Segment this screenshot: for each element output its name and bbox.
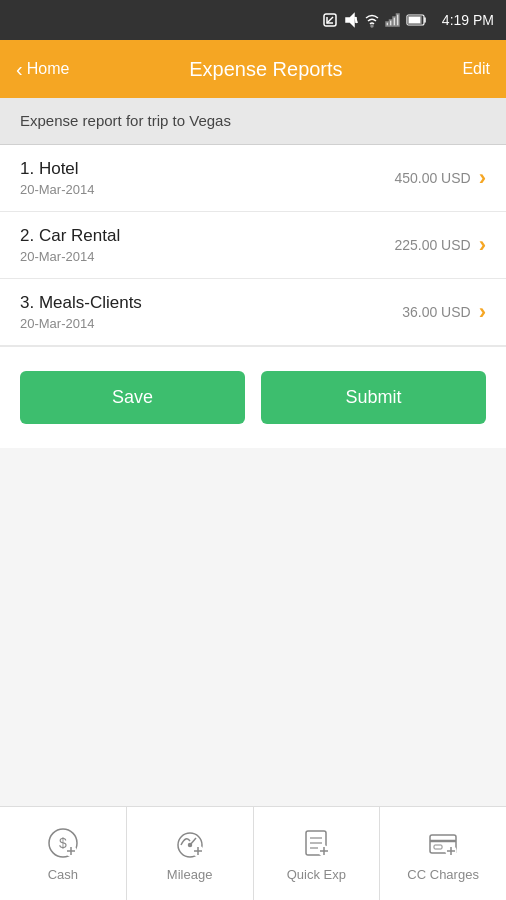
tab-mileage[interactable]: Mileage [127,807,254,900]
battery-icon [406,13,428,27]
tab-cc-charges[interactable]: CC Charges [380,807,506,900]
report-title: Expense report for trip to Vegas [20,112,231,129]
cash-icon: $ [45,825,81,861]
svg-rect-5 [389,20,392,26]
mute-icon [343,12,359,28]
back-chevron-icon: ‹ [16,58,23,81]
back-label: Home [27,60,70,78]
signal-icon [385,12,401,28]
svg-rect-6 [393,17,396,26]
back-button[interactable]: ‹ Home [16,58,69,81]
tab-cc-charges-label: CC Charges [407,867,479,882]
tab-cash-icon-container: $ [41,825,85,861]
expense-item-right-car: 225.00 USD › [394,232,486,258]
expense-item-right-meals: 36.00 USD › [402,299,486,325]
edit-button[interactable]: Edit [462,60,490,78]
chevron-right-icon-meals: › [479,299,486,325]
report-title-section: Expense report for trip to Vegas [0,98,506,145]
svg-rect-9 [408,16,421,24]
tab-mileage-icon-container [168,825,212,861]
expense-name-hotel: 1. Hotel [20,159,94,179]
nfc-icon [322,12,338,28]
submit-button[interactable]: Submit [261,371,486,424]
expense-item-left-meals: 3. Meals-Clients 20-Mar-2014 [20,293,142,331]
tab-quick-exp[interactable]: Quick Exp [254,807,381,900]
mileage-icon [172,825,208,861]
expense-item-right-hotel: 450.00 USD › [394,165,486,191]
svg-rect-7 [396,14,399,26]
expense-name-meals: 3. Meals-Clients [20,293,142,313]
chevron-right-icon-hotel: › [479,165,486,191]
expense-item-car-rental[interactable]: 2. Car Rental 20-Mar-2014 225.00 USD › [0,212,506,279]
wifi-icon [364,12,380,28]
action-buttons: Save Submit [0,346,506,448]
expense-date-meals: 20-Mar-2014 [20,316,142,331]
save-button[interactable]: Save [20,371,245,424]
tab-quick-exp-label: Quick Exp [287,867,346,882]
svg-rect-4 [386,22,389,26]
status-time: 4:19 PM [442,12,494,28]
svg-line-17 [190,838,196,845]
expense-amount-hotel: 450.00 USD [394,170,470,186]
status-icons [322,12,428,28]
tab-bar: $ Cash Mileage [0,806,506,900]
page-title: Expense Reports [189,58,342,81]
app-header: ‹ Home Expense Reports Edit [0,40,506,98]
expense-date-car: 20-Mar-2014 [20,249,120,264]
tab-cash[interactable]: $ Cash [0,807,127,900]
expense-date-hotel: 20-Mar-2014 [20,182,94,197]
tab-quick-exp-icon-container [294,825,338,861]
tab-mileage-label: Mileage [167,867,213,882]
expense-item-meals[interactable]: 3. Meals-Clients 20-Mar-2014 36.00 USD › [0,279,506,346]
expense-amount-meals: 36.00 USD [402,304,470,320]
quick-exp-icon [298,825,334,861]
status-bar: 4:19 PM [0,0,506,40]
tab-cc-charges-icon-container [421,825,465,861]
expense-item-left-hotel: 1. Hotel 20-Mar-2014 [20,159,94,197]
expense-amount-car: 225.00 USD [394,237,470,253]
chevron-right-icon-car: › [479,232,486,258]
expense-list: 1. Hotel 20-Mar-2014 450.00 USD › 2. Car… [0,145,506,346]
cc-charges-icon [425,825,461,861]
svg-point-3 [371,25,373,27]
expense-item-hotel[interactable]: 1. Hotel 20-Mar-2014 450.00 USD › [0,145,506,212]
expense-name-car: 2. Car Rental [20,226,120,246]
svg-rect-30 [434,845,442,849]
expense-item-left-car: 2. Car Rental 20-Mar-2014 [20,226,120,264]
tab-cash-label: Cash [48,867,78,882]
